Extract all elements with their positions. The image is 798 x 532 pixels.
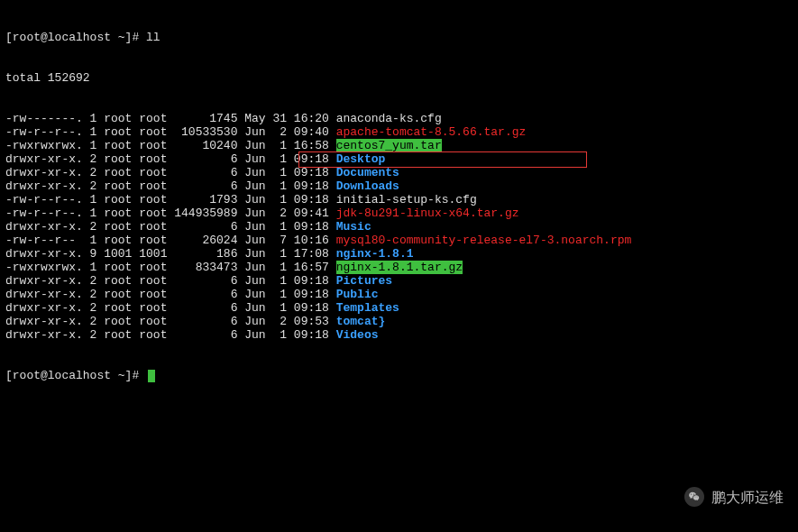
file-meta: drwxr-xr-x. 2 root root 6 Jun 1 09:18 bbox=[5, 166, 336, 179]
file-meta: drwxr-xr-x. 2 root root 6 Jun 2 09:53 bbox=[5, 315, 336, 328]
list-item: drwxr-xr-x. 2 root root 6 Jun 1 09:18 Te… bbox=[5, 301, 793, 315]
file-meta: -rw-------. 1 root root 1745 May 31 16:2… bbox=[5, 112, 336, 125]
list-item: drwxr-xr-x. 2 root root 6 Jun 1 09:18 Pi… bbox=[5, 274, 793, 288]
list-item: drwxr-xr-x. 2 root root 6 Jun 1 09:18 Pu… bbox=[5, 288, 793, 301]
terminal[interactable]: [root@localhost ~]# ll total 152692 -rw-… bbox=[0, 0, 798, 399]
file-meta: drwxr-xr-x. 2 root root 6 Jun 1 09:18 bbox=[5, 288, 336, 301]
file-listing: -rw-------. 1 root root 1745 May 31 16:2… bbox=[5, 112, 793, 342]
file-name: Public bbox=[336, 288, 379, 301]
file-name: mysql80-community-release-el7-3.noarch.r… bbox=[336, 234, 632, 247]
file-name: nginx-1.8.1 bbox=[336, 247, 414, 261]
list-item: -rw-------. 1 root root 1745 May 31 16:2… bbox=[5, 112, 793, 125]
list-item: -rw-r--r--. 1 root root 1793 Jun 1 09:18… bbox=[5, 193, 793, 206]
file-name: anaconda-ks.cfg bbox=[336, 112, 442, 125]
prompt-line-1: [root@localhost ~]# ll bbox=[5, 31, 793, 44]
file-meta: -rw-r--r--. 1 root root 144935989 Jun 2 … bbox=[5, 206, 336, 220]
file-name: Desktop bbox=[336, 152, 386, 166]
cursor bbox=[148, 370, 155, 382]
list-item: -rw-r--r-- 1 root root 26024 Jun 7 10:16… bbox=[5, 234, 793, 247]
file-name: Videos bbox=[336, 328, 379, 342]
list-item: drwxr-xr-x. 2 root root 6 Jun 1 09:18 Do… bbox=[5, 166, 793, 179]
total-line: total 152692 bbox=[5, 71, 793, 85]
list-item: drwxr-xr-x. 2 root root 6 Jun 1 09:18 Vi… bbox=[5, 328, 793, 342]
list-item: drwxr-xr-x. 9 1001 1001 186 Jun 1 17:08 … bbox=[5, 247, 793, 261]
file-meta: drwxr-xr-x. 9 1001 1001 186 Jun 1 17:08 bbox=[5, 247, 336, 261]
list-item: -rwxrwxrwx. 1 root root 10240 Jun 1 16:5… bbox=[5, 139, 793, 152]
file-meta: drwxr-xr-x. 2 root root 6 Jun 1 09:18 bbox=[5, 274, 336, 288]
list-item: drwxr-xr-x. 2 root root 6 Jun 1 09:18 Do… bbox=[5, 179, 793, 193]
file-name: nginx-1.8.1.tar.gz bbox=[336, 261, 463, 274]
list-item: drwxr-xr-x. 2 root root 6 Jun 1 09:18 De… bbox=[5, 152, 793, 166]
command-text: ll bbox=[146, 31, 161, 44]
file-meta: -rw-r--r--. 1 root root 1793 Jun 1 09:18 bbox=[5, 193, 336, 206]
file-name: centos7_yum.tar bbox=[336, 139, 442, 152]
file-name: Templates bbox=[336, 301, 399, 315]
file-name: Music bbox=[336, 220, 371, 234]
list-item: -rw-r--r--. 1 root root 144935989 Jun 2 … bbox=[5, 206, 793, 220]
file-meta: drwxr-xr-x. 2 root root 6 Jun 1 09:18 bbox=[5, 328, 336, 342]
file-meta: -rwxrwxrwx. 1 root root 10240 Jun 1 16:5… bbox=[5, 139, 336, 152]
shell-prompt: [root@localhost ~]# bbox=[5, 31, 146, 44]
file-meta: -rw-r--r-- 1 root root 26024 Jun 7 10:16 bbox=[5, 234, 336, 247]
file-name: Pictures bbox=[336, 274, 392, 288]
file-meta: -rwxrwxrwx. 1 root root 833473 Jun 1 16:… bbox=[5, 261, 336, 274]
file-name: Documents bbox=[336, 166, 399, 179]
watermark: 鹏大师运维 bbox=[684, 487, 784, 507]
file-meta: drwxr-xr-x. 2 root root 6 Jun 1 09:18 bbox=[5, 220, 336, 234]
file-name: initial-setup-ks.cfg bbox=[336, 193, 477, 206]
shell-prompt: [root@localhost ~]# bbox=[5, 369, 146, 382]
file-name: Downloads bbox=[336, 179, 399, 193]
prompt-line-2: [root@localhost ~]# bbox=[5, 369, 793, 382]
file-meta: drwxr-xr-x. 2 root root 6 Jun 1 09:18 bbox=[5, 179, 336, 193]
file-meta: drwxr-xr-x. 2 root root 6 Jun 1 09:18 bbox=[5, 301, 336, 315]
wechat-icon bbox=[684, 487, 704, 507]
list-item: -rw-r--r--. 1 root root 10533530 Jun 2 0… bbox=[5, 125, 793, 139]
file-meta: -rw-r--r--. 1 root root 10533530 Jun 2 0… bbox=[5, 125, 336, 139]
file-name: tomcat} bbox=[336, 315, 386, 328]
list-item: drwxr-xr-x. 2 root root 6 Jun 2 09:53 to… bbox=[5, 315, 793, 328]
file-name: apache-tomcat-8.5.66.tar.gz bbox=[336, 125, 527, 139]
watermark-text: 鹏大师运维 bbox=[711, 491, 784, 504]
list-item: -rwxrwxrwx. 1 root root 833473 Jun 1 16:… bbox=[5, 261, 793, 274]
file-name: jdk-8u291-linux-x64.tar.gz bbox=[336, 206, 519, 220]
file-meta: drwxr-xr-x. 2 root root 6 Jun 1 09:18 bbox=[5, 152, 336, 166]
list-item: drwxr-xr-x. 2 root root 6 Jun 1 09:18 Mu… bbox=[5, 220, 793, 234]
